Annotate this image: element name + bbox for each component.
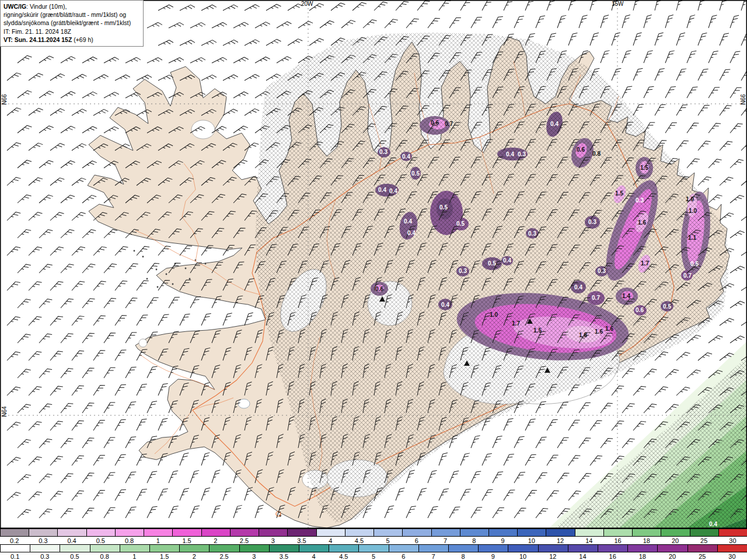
snow-scale-swatch: [431, 528, 460, 537]
snow-scale-cell: 1: [144, 528, 172, 544]
precip-value: 0.8: [592, 150, 601, 157]
rain-scale-swatch: [329, 544, 359, 552]
parallel-label-left-bottom: N64: [1, 403, 8, 421]
precip-value: 0.4: [550, 121, 558, 127]
rain-scale-swatch: [568, 544, 598, 552]
snow-scale-cell: 1.5: [172, 528, 201, 544]
snow-scale-swatch: [546, 528, 575, 537]
snow-scale-swatch: [86, 528, 116, 537]
precip-value: 1.5: [533, 327, 542, 334]
snow-scale-label: 18: [632, 537, 661, 544]
snow-scale-label: 1: [144, 537, 172, 544]
snow-scale-label: 20: [661, 537, 689, 544]
rain-scale-cell: 30: [717, 544, 747, 560]
rain-scale-cell: 6: [389, 544, 418, 560]
snow-scale-cell: 0.4: [57, 528, 86, 544]
snow-scale-label: 1.5: [172, 537, 201, 544]
precip-value: 0.6: [636, 307, 644, 313]
snow-scale-swatch: [259, 528, 288, 537]
precip-value: 0.4: [378, 187, 386, 193]
precip-value: 1.4: [622, 293, 630, 299]
title-line-product: UWC/IG: Vindur (10m),: [4, 2, 140, 10]
snow-scale-swatch: [29, 528, 58, 537]
precip-value: 0.3: [598, 268, 606, 274]
precip-value: 1.0: [686, 196, 694, 202]
snow-scale-cell: 25: [690, 528, 718, 544]
snow-scale-label: 7: [431, 537, 460, 544]
snow-scale-label: 0.8: [115, 537, 144, 544]
snow-scale-swatch: [57, 528, 86, 537]
snow-scale-swatch: [144, 528, 173, 537]
rain-scale-swatch: [60, 544, 90, 552]
rain-scale-cell: 12: [538, 544, 568, 560]
rain-scale-cell: 14: [568, 544, 598, 560]
product-code: UWC/IG: [4, 3, 26, 10]
rain-scale-swatch: [508, 544, 538, 552]
valid-time: VT: Sun. 24.11.2024 15Z (+69 h): [4, 36, 140, 44]
snow-scale-swatch: [345, 528, 374, 537]
snow-scale-label: 3: [259, 537, 287, 544]
rain-scale-swatch: [598, 544, 628, 552]
map-canvas: 0.60.70.40.30.40.40.30.60.81.50.50.40.40…: [0, 0, 747, 528]
precip-value: 1.5: [615, 190, 623, 197]
snow-scale-swatch: [632, 528, 661, 537]
rain-scale-swatch: [358, 544, 389, 552]
precip-value: 0.4: [389, 188, 397, 194]
rain-scale-cell: 2: [179, 544, 209, 560]
snow-scale-cell: 0.2: [0, 528, 29, 544]
snow-scale-cell: 18: [632, 528, 661, 544]
rain-scale-swatch: [120, 544, 150, 552]
rain-scale-swatch: [389, 544, 419, 552]
color-scales: 0.20.30.40.50.811.522.533.544.5567891012…: [0, 528, 747, 560]
snow-scale-swatch: [0, 528, 29, 537]
rain-scale-swatch: [448, 544, 479, 552]
rain-scale-label: 7: [418, 552, 448, 560]
snow-scale-cell: 30: [718, 528, 747, 544]
rain-scale-swatch: [717, 544, 747, 552]
precip-value: 0.4: [709, 521, 717, 527]
rain-color-scale: 0.10.30.50.811.522.533.544.5567891012141…: [0, 544, 747, 560]
precip-value: 0.3: [379, 149, 388, 155]
rain-scale-cell: 0.5: [60, 544, 89, 560]
rain-scale-swatch: [0, 544, 30, 552]
precip-value: 0.6: [431, 120, 439, 126]
precip-value: 0.5: [439, 204, 448, 211]
snow-scale-cell: 4.5: [345, 528, 374, 544]
snow-scale-swatch: [115, 528, 144, 537]
snow-scale-label: 2.5: [230, 537, 259, 544]
precip-value: 1.7: [641, 260, 649, 267]
lake-thingvallavatn: [238, 399, 250, 408]
snow-scale-label: 4: [316, 537, 345, 544]
rain-scale-cell: 25: [687, 544, 717, 560]
snow-scale-swatch: [201, 528, 231, 537]
precip-value: 0.5: [411, 170, 420, 177]
precip-value: 1.0: [689, 208, 697, 214]
rain-scale-label: 1: [120, 552, 149, 560]
rain-scale-cell: 1: [120, 544, 149, 560]
rain-scale-swatch: [478, 544, 508, 552]
rain-scale-label: 0.3: [30, 552, 60, 560]
rain-scale-cell: 7: [418, 544, 448, 560]
snow-scale-label: 5: [374, 537, 402, 544]
precip-value: 0.3: [588, 219, 596, 225]
rain-scale-label: 16: [598, 552, 627, 560]
snow-scale-cell: 6: [402, 528, 431, 544]
snow-scale-label: 16: [603, 537, 632, 544]
snow-scale-label: 2: [201, 537, 230, 544]
precip-value: 0.4: [404, 218, 412, 225]
rain-scale-swatch: [239, 544, 270, 552]
rain-scale-label: 2: [179, 552, 209, 560]
rain-scale-label: 9: [478, 552, 508, 560]
precip-value: 0.4: [407, 230, 416, 236]
snow-scale-cell: 3.5: [287, 528, 316, 544]
meridian-label-15w: 15W: [612, 1, 624, 7]
rain-scale-label: 0.8: [90, 552, 120, 560]
snow-scale-label: 30: [718, 537, 747, 544]
precip-value: 0.4: [574, 284, 582, 290]
rain-scale-swatch: [30, 544, 60, 552]
precip-value: 0.7: [445, 121, 453, 127]
rain-scale-swatch: [687, 544, 718, 552]
rain-scale-cell: 10: [508, 544, 537, 560]
rain-scale-swatch: [299, 544, 329, 552]
rain-scale-swatch: [627, 544, 658, 552]
